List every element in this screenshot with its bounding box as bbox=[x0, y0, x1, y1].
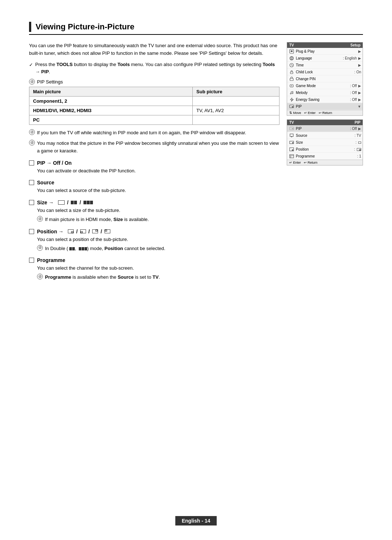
svg-rect-20 bbox=[291, 136, 292, 137]
plug-play-label: Plug & Play bbox=[296, 49, 357, 53]
size-icon-black-3 bbox=[90, 201, 93, 204]
pip-settings-label: ⓓ PIP Settings bbox=[29, 79, 279, 85]
pos-icon-br bbox=[68, 229, 74, 233]
language-arrow: ▶ bbox=[358, 56, 361, 60]
energy-arrow: ▶ bbox=[358, 98, 361, 102]
position-note-text: In Double ( , ) mode, Position cannot be… bbox=[45, 245, 165, 253]
pos-icon-bl bbox=[80, 229, 86, 233]
main-content: You can use the PIP feature to simultane… bbox=[29, 42, 279, 283]
changepin-label: Change PIN bbox=[296, 77, 361, 81]
pip-sub-icon bbox=[289, 126, 294, 131]
checkbox-position bbox=[29, 229, 34, 234]
childlock-value: : On bbox=[354, 70, 361, 74]
language-value: : English bbox=[343, 56, 357, 60]
table-cell-main-2: HDMI1/DVI, HDMI2, HDMI3 bbox=[29, 106, 193, 115]
size-icon-black-2 bbox=[87, 201, 90, 204]
table-note-1: ⓓ If you turn the TV off while watching … bbox=[29, 129, 279, 137]
sidebar: TV Setup Plug & Play ▶ Language : bbox=[287, 42, 363, 283]
tv-menu-row-melody: Melody : Off ▶ bbox=[287, 89, 363, 96]
pos-icon-tr bbox=[92, 229, 98, 233]
gamemode-icon bbox=[289, 83, 294, 89]
title-section: Viewing Picture-in-Picture bbox=[29, 22, 363, 35]
section-pip-off-on: PIP → Off / On bbox=[29, 160, 279, 166]
size-icon-black-left bbox=[71, 201, 74, 204]
size-icon-black-1 bbox=[83, 201, 86, 204]
pip-menu-icon bbox=[289, 103, 294, 109]
tools-note-text: Press the TOOLS button to display the To… bbox=[35, 61, 279, 76]
intro-para1: You can use the PIP feature to simultane… bbox=[29, 42, 279, 57]
tv-menu-row-changepin: Change PIN bbox=[287, 75, 363, 82]
melody-icon bbox=[289, 90, 294, 95]
pip-size-value: : bbox=[355, 140, 361, 144]
section-source-heading: Source bbox=[37, 180, 54, 185]
section-size-heading: Size → bbox=[37, 200, 55, 205]
tv-menu-setup-title-right: Setup bbox=[350, 43, 360, 47]
time-label: Time bbox=[296, 63, 357, 67]
pip-sub-arrow: ▶ bbox=[358, 127, 361, 131]
pip-menu-label: PIP bbox=[296, 105, 356, 109]
footer-pip-return: ↩ Return bbox=[304, 161, 318, 164]
tv-menu-setup-footer: ⇅ Move ↵ Enter ↩ Return bbox=[287, 110, 363, 115]
svg-point-13 bbox=[290, 93, 291, 94]
plug-play-icon bbox=[289, 48, 294, 54]
section-position: Position → / / / bbox=[29, 229, 279, 234]
table-cell-sub-3 bbox=[193, 115, 279, 125]
table-row: HDMI1/DVI, HDMI2, HDMI3 TV, AV1, AV2 bbox=[29, 106, 279, 115]
pos-sep-2: / bbox=[87, 229, 91, 234]
tv-menu-row-pip: PIP ▼ bbox=[287, 103, 363, 110]
table-col2-header: Sub picture bbox=[193, 87, 279, 97]
page-title: Viewing Picture-in-Picture bbox=[36, 22, 134, 32]
plug-play-arrow: ▶ bbox=[358, 49, 361, 53]
energy-icon bbox=[289, 97, 294, 102]
size-sep-2: / bbox=[78, 200, 82, 205]
tv-menu-pip-title-left: TV bbox=[289, 120, 294, 124]
section-position-heading: Position → bbox=[37, 229, 65, 234]
checkbox-programme bbox=[29, 258, 34, 263]
pip-sub-label: PIP bbox=[296, 127, 348, 131]
checkbox-size bbox=[29, 200, 34, 205]
size-icon-triple bbox=[83, 201, 93, 204]
pip-prog-value: : 1 bbox=[357, 154, 361, 158]
size-note: ⓓ If main picture is in HDMI mode, Size … bbox=[37, 216, 279, 224]
footer-move: ⇅ Move bbox=[289, 111, 301, 115]
tv-menu-row-language: Language : English ▶ bbox=[287, 55, 363, 62]
size-note-text: If main picture is in HDMI mode, Size is… bbox=[45, 216, 149, 224]
table-note-1-icon: ⓓ bbox=[29, 129, 35, 135]
svg-line-7 bbox=[291, 65, 293, 66]
size-sep-1: / bbox=[66, 200, 70, 205]
source-desc: You can select a source of the sub-pictu… bbox=[37, 187, 279, 195]
table-row: Component1, 2 bbox=[29, 97, 279, 106]
tv-menu-pip-title-right: PIP bbox=[355, 120, 360, 124]
pip-position-icon bbox=[289, 146, 294, 152]
section-pip-heading: PIP → Off / On bbox=[37, 160, 72, 166]
svg-rect-22 bbox=[292, 142, 293, 143]
tv-menu-row-childlock: Child Lock : On bbox=[287, 69, 363, 75]
tv-menu-setup: TV Setup Plug & Play ▶ Language : bbox=[287, 42, 363, 116]
pip-pos-box bbox=[357, 148, 361, 151]
gamemode-value: : Off bbox=[350, 84, 357, 88]
melody-value: : Off bbox=[350, 91, 357, 95]
pip-off-on-desc: You can activate or deactivate the PIP f… bbox=[37, 167, 279, 175]
tools-note-icon: ✓ bbox=[29, 61, 33, 69]
energy-label: Energy Saving bbox=[296, 98, 348, 102]
position-note-icon: ⓓ bbox=[37, 245, 43, 251]
pos-icons: / / / bbox=[68, 229, 110, 234]
tv-menu-pip-header: TV PIP bbox=[287, 120, 363, 125]
pip-source-icon bbox=[289, 132, 294, 138]
size-note-icon: ⓓ bbox=[37, 216, 43, 222]
section-programme: Programme bbox=[29, 257, 279, 263]
footer-return: ↩ Return bbox=[319, 111, 332, 115]
tv-menu-row-gamemode: Game Mode : Off ▶ bbox=[287, 82, 363, 89]
double-icon-2 bbox=[79, 247, 87, 250]
pip-size-box-icon bbox=[358, 142, 361, 144]
melody-label: Melody bbox=[296, 91, 348, 95]
tv-pip-row-source: Source : TV bbox=[287, 132, 363, 139]
childlock-label: Child Lock bbox=[296, 70, 353, 74]
size-icons: / / bbox=[58, 200, 93, 205]
pip-position-value: : bbox=[354, 147, 361, 151]
energy-value: : Off bbox=[350, 98, 357, 102]
double-icon-1 bbox=[69, 247, 75, 250]
svg-rect-24 bbox=[292, 150, 293, 151]
table-note-2: ⓓ You may notice that the picture in the… bbox=[29, 140, 279, 155]
pos-icon-tl bbox=[105, 229, 110, 233]
